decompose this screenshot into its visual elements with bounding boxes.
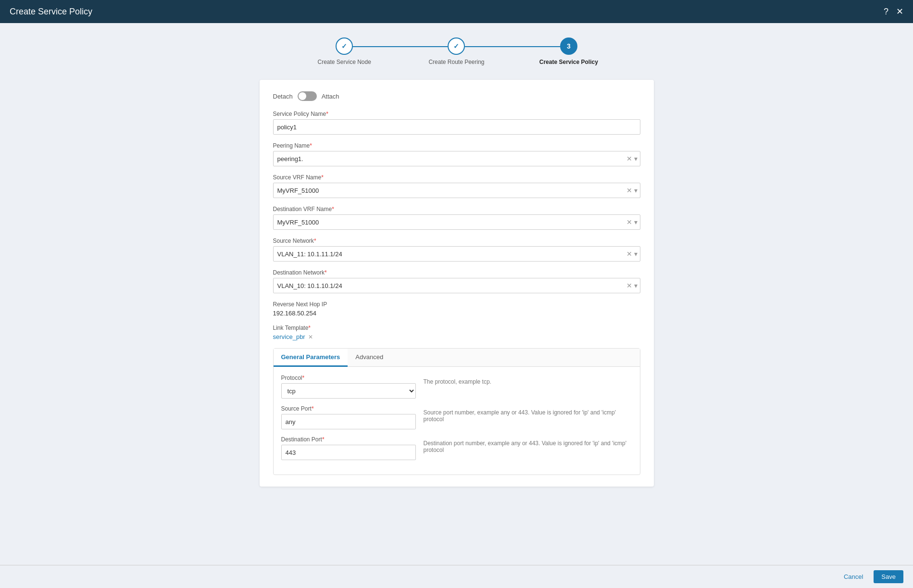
step-1: ✓ Create Service Node bbox=[288, 38, 400, 65]
source-vrf-dropdown-icon[interactable]: ▾ bbox=[634, 187, 638, 194]
source-vrf-select[interactable]: MyVRF_51000 bbox=[273, 183, 640, 198]
dialog-title: Create Service Policy bbox=[10, 7, 92, 17]
main-content: ✓ Create Service Node ✓ Create Route Pee… bbox=[0, 23, 913, 588]
peering-name-label: Peering Name* bbox=[273, 142, 640, 149]
toggle-row: Detach Attach bbox=[273, 91, 640, 101]
source-network-select-container: VLAN_11: 10.1.11.1/24 ✕ ▾ bbox=[273, 246, 640, 262]
destination-network-select-container: VLAN_10: 10.1.10.1/24 ✕ ▾ bbox=[273, 278, 640, 293]
destination-vrf-select[interactable]: MyVRF_51000 bbox=[273, 214, 640, 230]
tabs-container: General Parameters Advanced Protocol* tc… bbox=[273, 348, 640, 475]
destination-vrf-dropdown-icon[interactable]: ▾ bbox=[634, 218, 638, 226]
stepper: ✓ Create Service Node ✓ Create Route Pee… bbox=[288, 38, 625, 65]
step-3: 3 Create Service Policy bbox=[513, 38, 625, 65]
destination-network-label: Destination Network* bbox=[273, 269, 640, 276]
help-icon[interactable]: ? bbox=[884, 7, 888, 17]
step-1-label: Create Service Node bbox=[317, 59, 371, 65]
source-network-clear-icon[interactable]: ✕ bbox=[626, 250, 632, 258]
source-vrf-group: Source VRF Name* MyVRF_51000 ✕ ▾ bbox=[273, 174, 640, 198]
destination-vrf-group: Destination VRF Name* MyVRF_51000 ✕ ▾ bbox=[273, 206, 640, 230]
destination-network-dropdown-icon[interactable]: ▾ bbox=[634, 282, 638, 289]
step-2: ✓ Create Route Peering bbox=[400, 38, 513, 65]
link-template-tag[interactable]: service_pbr bbox=[273, 333, 305, 340]
destination-port-help: Destination port number, example any or … bbox=[424, 436, 632, 453]
step-2-connector bbox=[465, 46, 560, 47]
protocol-select[interactable]: tcp udp ip icmp bbox=[281, 383, 416, 399]
service-policy-name-input[interactable] bbox=[273, 119, 640, 135]
reverse-next-hop-group: Reverse Next Hop IP 192.168.50.254 bbox=[273, 301, 640, 317]
tabs-header: General Parameters Advanced bbox=[274, 349, 640, 367]
source-vrf-icons: ✕ ▾ bbox=[626, 187, 638, 194]
save-button[interactable]: Save bbox=[874, 570, 903, 583]
protocol-group: Protocol* tcp udp ip icmp bbox=[281, 375, 416, 399]
detach-attach-toggle[interactable] bbox=[298, 91, 317, 101]
step-3-circle: 3 bbox=[560, 38, 577, 55]
source-vrf-label: Source VRF Name* bbox=[273, 174, 640, 181]
destination-network-clear-icon[interactable]: ✕ bbox=[626, 282, 632, 289]
footer: Cancel Save bbox=[0, 565, 913, 588]
step-3-label: Create Service Policy bbox=[539, 59, 598, 65]
peering-name-dropdown-icon[interactable]: ▾ bbox=[634, 155, 638, 163]
tabs-content: Protocol* tcp udp ip icmp The protocol, … bbox=[274, 367, 640, 475]
link-template-remove-icon[interactable]: ✕ bbox=[308, 334, 313, 340]
step-1-connector bbox=[353, 46, 448, 47]
header-actions: ? ✕ bbox=[884, 6, 903, 17]
cancel-button[interactable]: Cancel bbox=[838, 570, 869, 583]
destination-network-select[interactable]: VLAN_10: 10.1.10.1/24 bbox=[273, 278, 640, 293]
source-port-row: Source Port* Source port number, example… bbox=[281, 405, 632, 429]
link-template-container: service_pbr ✕ bbox=[273, 333, 640, 340]
source-vrf-clear-icon[interactable]: ✕ bbox=[626, 187, 632, 194]
peering-name-select-container: peering1. ✕ ▾ bbox=[273, 151, 640, 166]
destination-port-input[interactable] bbox=[281, 445, 416, 460]
source-network-group: Source Network* VLAN_11: 10.1.11.1/24 ✕ … bbox=[273, 238, 640, 262]
source-port-input[interactable] bbox=[281, 414, 416, 429]
step-1-circle: ✓ bbox=[336, 38, 353, 55]
service-policy-name-group: Service Policy Name* bbox=[273, 111, 640, 135]
destination-network-group: Destination Network* VLAN_10: 10.1.10.1/… bbox=[273, 269, 640, 293]
toggle-label-detach: Detach bbox=[273, 93, 293, 100]
source-port-help: Source port number, example any or 443. … bbox=[424, 405, 632, 423]
destination-vrf-select-container: MyVRF_51000 ✕ ▾ bbox=[273, 214, 640, 230]
dialog-header: Create Service Policy ? ✕ bbox=[0, 0, 913, 23]
source-network-icons: ✕ ▾ bbox=[626, 250, 638, 258]
protocol-label: Protocol* bbox=[281, 375, 416, 381]
source-vrf-select-container: MyVRF_51000 ✕ ▾ bbox=[273, 183, 640, 198]
peering-name-icons: ✕ ▾ bbox=[626, 155, 638, 163]
destination-port-label: Destination Port* bbox=[281, 436, 416, 443]
destination-vrf-clear-icon[interactable]: ✕ bbox=[626, 218, 632, 226]
reverse-next-hop-label: Reverse Next Hop IP bbox=[273, 301, 640, 308]
protocol-help: The protocol, example tcp. bbox=[424, 375, 632, 385]
destination-port-group: Destination Port* bbox=[281, 436, 416, 460]
peering-name-clear-icon[interactable]: ✕ bbox=[626, 155, 632, 163]
destination-vrf-label: Destination VRF Name* bbox=[273, 206, 640, 213]
close-icon[interactable]: ✕ bbox=[896, 6, 903, 17]
step-2-label: Create Route Peering bbox=[428, 59, 484, 65]
tab-general-parameters[interactable]: General Parameters bbox=[274, 349, 348, 367]
destination-port-row: Destination Port* Destination port numbe… bbox=[281, 436, 632, 460]
toggle-label-attach: Attach bbox=[322, 93, 339, 100]
protocol-row: Protocol* tcp udp ip icmp The protocol, … bbox=[281, 375, 632, 399]
peering-name-group: Peering Name* peering1. ✕ ▾ bbox=[273, 142, 640, 166]
reverse-next-hop-value: 192.168.50.254 bbox=[273, 310, 640, 317]
source-network-label: Source Network* bbox=[273, 238, 640, 244]
destination-vrf-icons: ✕ ▾ bbox=[626, 218, 638, 226]
step-2-circle: ✓ bbox=[448, 38, 465, 55]
link-template-label: Link Template* bbox=[273, 325, 640, 331]
form-panel: Detach Attach Service Policy Name* Peeri… bbox=[260, 80, 654, 487]
service-policy-name-label: Service Policy Name* bbox=[273, 111, 640, 117]
peering-name-select[interactable]: peering1. bbox=[273, 151, 640, 166]
source-port-group: Source Port* bbox=[281, 405, 416, 429]
source-port-label: Source Port* bbox=[281, 405, 416, 412]
destination-network-icons: ✕ ▾ bbox=[626, 282, 638, 289]
link-template-group: Link Template* service_pbr ✕ bbox=[273, 325, 640, 340]
tab-advanced[interactable]: Advanced bbox=[348, 349, 391, 367]
source-network-dropdown-icon[interactable]: ▾ bbox=[634, 250, 638, 258]
source-network-select[interactable]: VLAN_11: 10.1.11.1/24 bbox=[273, 246, 640, 262]
